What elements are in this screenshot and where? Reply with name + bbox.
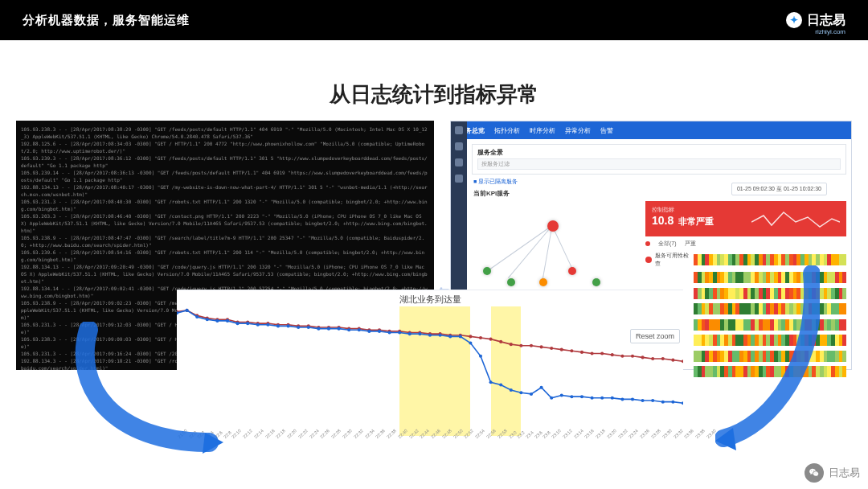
svg-point-67 bbox=[338, 327, 341, 331]
svg-point-83 bbox=[499, 384, 502, 387]
svg-point-42 bbox=[600, 351, 604, 355]
svg-point-35 bbox=[530, 344, 533, 347]
svg-point-86 bbox=[530, 392, 533, 396]
svg-point-97 bbox=[641, 399, 645, 402]
svg-point-84 bbox=[510, 388, 513, 392]
status-dot-icon bbox=[645, 257, 652, 263]
svg-point-62 bbox=[287, 324, 290, 327]
svg-point-81 bbox=[479, 355, 482, 358]
svg-point-90 bbox=[570, 395, 573, 398]
svg-point-58 bbox=[246, 322, 249, 325]
brand-name: 日志易 bbox=[807, 12, 845, 29]
svg-point-36 bbox=[540, 345, 543, 348]
alert-score: 10.8 bbox=[652, 214, 674, 227]
wechat-footer: 日志易 bbox=[805, 463, 860, 483]
svg-point-76 bbox=[428, 334, 432, 337]
graph-node[interactable] bbox=[547, 220, 559, 232]
graph-node[interactable] bbox=[483, 267, 491, 275]
svg-point-94 bbox=[611, 397, 614, 400]
dashboard-nav-item[interactable]: 异常分析 bbox=[565, 126, 591, 135]
svg-point-71 bbox=[378, 330, 381, 333]
svg-point-48 bbox=[661, 357, 665, 360]
slide-title: 从日志统计到指标异常 bbox=[0, 80, 868, 109]
graph-node[interactable] bbox=[507, 278, 515, 286]
kpi-row[interactable]: 服务可用性检查 bbox=[645, 252, 846, 268]
wechat-icon bbox=[805, 463, 824, 483]
svg-point-59 bbox=[256, 323, 260, 327]
svg-point-77 bbox=[439, 334, 442, 337]
alert-severity-card: 控制指标 10.8 非常严重 bbox=[645, 201, 846, 236]
svg-point-38 bbox=[560, 348, 563, 351]
svg-point-31 bbox=[489, 338, 493, 341]
svg-point-63 bbox=[297, 326, 300, 329]
graph-node[interactable] bbox=[539, 278, 547, 286]
svg-point-50 bbox=[682, 360, 683, 363]
svg-point-65 bbox=[317, 327, 320, 331]
svg-point-43 bbox=[611, 353, 614, 356]
svg-point-54 bbox=[206, 318, 209, 321]
svg-point-72 bbox=[388, 331, 391, 334]
svg-point-80 bbox=[469, 341, 472, 344]
chart-title: 湖北业务到达量 bbox=[177, 294, 683, 306]
dashboard-nav-item[interactable]: 拓扑分析 bbox=[494, 126, 520, 135]
severity-tabs[interactable]: 全部(7) 严重 bbox=[645, 240, 846, 248]
svg-point-34 bbox=[519, 344, 522, 347]
svg-point-70 bbox=[367, 330, 371, 333]
svg-point-91 bbox=[580, 395, 583, 398]
search-section: 服务全景 按服务过滤 bbox=[472, 144, 846, 175]
search-input[interactable]: 按服务过滤 bbox=[477, 158, 841, 170]
dashboard-nav-item[interactable]: 告警 bbox=[600, 126, 613, 135]
svg-point-93 bbox=[600, 397, 604, 400]
svg-point-99 bbox=[661, 401, 665, 404]
svg-point-47 bbox=[651, 357, 654, 360]
brand-logo-icon: ✦ bbox=[786, 12, 802, 28]
wechat-brand: 日志易 bbox=[829, 466, 860, 480]
kpi-row-label: 服务可用性检查 bbox=[655, 252, 690, 268]
graph-node[interactable] bbox=[568, 267, 576, 275]
svg-point-61 bbox=[276, 324, 280, 327]
svg-point-73 bbox=[398, 331, 401, 334]
svg-point-98 bbox=[651, 399, 654, 402]
svg-point-92 bbox=[591, 397, 594, 400]
svg-point-33 bbox=[510, 343, 513, 346]
svg-point-39 bbox=[570, 349, 573, 352]
svg-point-37 bbox=[550, 347, 553, 350]
svg-point-89 bbox=[560, 394, 563, 397]
svg-point-66 bbox=[327, 327, 330, 331]
svg-point-46 bbox=[641, 355, 645, 359]
svg-point-60 bbox=[266, 323, 269, 327]
main-chart: 湖北业务到达量 Reset zoom 21:5022:022:222:422:6… bbox=[177, 290, 683, 450]
svg-point-45 bbox=[631, 355, 634, 358]
svg-point-74 bbox=[408, 332, 411, 335]
svg-point-78 bbox=[448, 335, 452, 338]
alert-level: 非常严重 bbox=[678, 216, 714, 228]
dashboard-nav[interactable]: 服务总览拓扑分析时序分析异常分析告警 bbox=[451, 121, 851, 139]
svg-point-95 bbox=[620, 397, 624, 401]
svg-point-55 bbox=[215, 319, 219, 323]
svg-point-88 bbox=[550, 397, 553, 400]
tagline: 分析机器数据，服务智能运维 bbox=[23, 13, 190, 28]
svg-point-53 bbox=[195, 315, 199, 318]
svg-point-100 bbox=[671, 401, 674, 404]
svg-point-87 bbox=[540, 386, 543, 389]
svg-point-40 bbox=[580, 351, 583, 354]
svg-point-85 bbox=[519, 391, 522, 394]
svg-point-44 bbox=[620, 355, 624, 358]
graph-node[interactable] bbox=[592, 278, 600, 286]
svg-point-64 bbox=[307, 326, 310, 329]
alert-sparkline bbox=[751, 206, 840, 232]
svg-point-68 bbox=[347, 328, 350, 331]
svg-point-29 bbox=[469, 335, 472, 338]
dashboard-nav-item[interactable]: 时序分析 bbox=[530, 126, 555, 135]
svg-point-75 bbox=[418, 332, 421, 335]
svg-point-56 bbox=[226, 319, 229, 323]
svg-point-32 bbox=[499, 340, 502, 343]
svg-point-52 bbox=[186, 309, 189, 312]
svg-point-69 bbox=[358, 328, 361, 331]
brand-domain: rizhiyi.com bbox=[815, 28, 845, 35]
svg-point-82 bbox=[489, 380, 493, 384]
time-range-picker[interactable]: 01-25 09:02:30 至 01-25 10:02:30 bbox=[731, 183, 827, 195]
chart-x-axis: 21:5022:022:222:422:622:822:1022:1222:14… bbox=[177, 436, 683, 450]
svg-point-30 bbox=[479, 336, 482, 339]
svg-point-101 bbox=[682, 401, 683, 405]
